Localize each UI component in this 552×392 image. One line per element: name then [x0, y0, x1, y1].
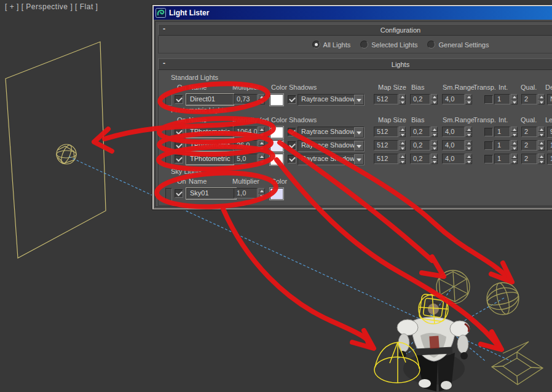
length-field[interactable]: 12	[547, 140, 552, 151]
col-header-shadows: Shadows	[289, 116, 317, 123]
col-header-intensity: Intensity (cd	[232, 116, 269, 123]
character-model[interactable]	[397, 302, 470, 391]
light-lister-window[interactable]: Light Lister - Configuration All Lights …	[152, 5, 552, 210]
plane-light-gizmo[interactable]	[57, 144, 76, 165]
shadow-type-dropdown[interactable]: Raytrace Shadow	[298, 154, 365, 165]
sm-range-spinner[interactable]: 4,0	[442, 140, 472, 151]
shadow-type-dropdown[interactable]: Raytrace Shadow	[298, 127, 365, 138]
transp-checkbox[interactable]	[484, 95, 493, 104]
col-header-qual: Qual.	[521, 116, 537, 123]
bias-spinner[interactable]: 0,2	[410, 154, 438, 164]
bias-spinner[interactable]: 0,2	[410, 127, 438, 137]
length-field[interactable]: 12	[547, 154, 552, 165]
transp-checkbox[interactable]	[484, 128, 493, 136]
spin-up-icon[interactable]	[258, 94, 265, 100]
radio-general-settings[interactable]: General Settings	[427, 41, 489, 49]
on-checkbox[interactable]	[175, 155, 183, 163]
light-name-field[interactable]: TPhotometric	[186, 127, 234, 138]
color-swatch[interactable]	[270, 140, 283, 152]
color-swatch[interactable]	[270, 188, 283, 200]
shadow-type-dropdown[interactable]: Raytrace Shadow	[298, 94, 365, 106]
sm-range-spinner[interactable]: 4,0	[442, 127, 472, 137]
light-name-field[interactable]: TPhotometric	[186, 140, 234, 151]
intensity-spinner[interactable]: 5,0	[234, 154, 265, 164]
col-header-sm-range: Sm.Range	[443, 84, 475, 91]
collapse-icon[interactable]: -	[163, 59, 165, 68]
int-spinner[interactable]: 1	[494, 127, 518, 137]
dropdown-arrow-icon[interactable]	[354, 127, 364, 138]
qual-spinner[interactable]: 2	[521, 127, 545, 137]
col-header-on: On	[177, 178, 186, 185]
collapse-icon[interactable]: -	[163, 25, 165, 33]
light-name-field[interactable]: TPhotometric	[186, 154, 234, 165]
map-size-spinner[interactable]: 512	[374, 94, 406, 104]
shadow-checkbox[interactable]	[288, 95, 296, 104]
int-spinner[interactable]: 1	[494, 140, 518, 151]
dropdown-arrow-icon[interactable]	[354, 141, 364, 151]
col-header-bias: Bias	[411, 84, 424, 91]
map-size-spinner[interactable]: 512	[374, 127, 406, 137]
area-light-gizmo[interactable]	[492, 342, 543, 385]
length-field[interactable]: 91	[547, 127, 552, 138]
shadow-checkbox[interactable]	[288, 155, 296, 163]
photometric-light-gizmo-1[interactable]	[436, 270, 470, 304]
intensity-spinner[interactable]: 1064,0	[234, 127, 265, 137]
map-size-spinner[interactable]: 512	[374, 140, 406, 151]
shadow-checkbox[interactable]	[288, 141, 296, 150]
shadow-type-dropdown[interactable]: Raytrace Shadow	[298, 140, 365, 152]
light-name-field[interactable]: Sky01	[186, 188, 236, 199]
qual-spinner[interactable]: 2	[521, 140, 545, 151]
row-edge	[165, 94, 172, 106]
decay-field[interactable]: None	[547, 94, 552, 105]
col-header-color: Color	[271, 84, 287, 91]
spin-down-icon[interactable]	[258, 100, 265, 105]
sm-range-spinner[interactable]: 4,0	[442, 154, 472, 164]
radio-dot[interactable]	[427, 41, 435, 49]
int-spinner[interactable]: 1	[494, 154, 518, 164]
color-swatch[interactable]	[270, 94, 283, 106]
col-header-color: Color	[271, 116, 287, 123]
viewport[interactable]: [ + ] [ Perspective ] [ Flat ] Light Lis…	[0, 0, 552, 392]
shadow-checkbox[interactable]	[288, 128, 296, 136]
col-header-int: Int.	[499, 84, 508, 91]
dropdown-arrow-icon[interactable]	[354, 154, 364, 165]
dropdown-arrow-icon[interactable]	[354, 95, 364, 105]
int-spinner[interactable]: 1	[494, 94, 518, 104]
multiplier-spinner[interactable]: 1,0	[234, 188, 265, 198]
radio-dot[interactable]	[360, 41, 368, 49]
col-header-bias: Bias	[411, 116, 424, 123]
transp-checkbox[interactable]	[484, 141, 493, 150]
configuration-rollout-header[interactable]: - Configuration	[158, 24, 552, 36]
bias-spinner[interactable]: 0,2	[410, 140, 438, 151]
target-plane[interactable]	[6, 42, 106, 258]
qual-spinner[interactable]: 2	[521, 94, 545, 104]
color-swatch[interactable]	[270, 127, 283, 138]
col-header-map-size: Map Size	[378, 84, 406, 91]
sm-range-spinner[interactable]: 4,0	[442, 94, 472, 104]
sky-light-row: Sky01 1,0	[159, 188, 552, 199]
radio-dot[interactable]	[312, 41, 320, 49]
on-checkbox[interactable]	[175, 141, 183, 150]
viewport-label[interactable]: [ + ] [ Perspective ] [ Flat ]	[5, 2, 98, 11]
row-edge	[165, 127, 172, 138]
standard-lights-label: Standard Lights	[171, 74, 218, 81]
radio-selected-lights[interactable]: Selected Lights	[360, 41, 417, 49]
radio-all-lights[interactable]: All Lights	[312, 41, 351, 49]
window-titlebar[interactable]: Light Lister	[154, 6, 552, 20]
on-checkbox[interactable]	[175, 95, 183, 104]
qual-spinner[interactable]: 2	[521, 154, 545, 164]
color-swatch[interactable]	[270, 154, 283, 165]
bias-spinner[interactable]: 0,2	[410, 94, 438, 104]
transp-checkbox[interactable]	[484, 155, 493, 163]
on-checkbox[interactable]	[175, 189, 183, 198]
light-name-field[interactable]: Direct01	[186, 94, 234, 105]
on-checkbox[interactable]	[175, 128, 183, 136]
multiplier-spinner[interactable]: 0,73	[234, 94, 265, 104]
configuration-rollout-title: Configuration	[380, 26, 420, 34]
lights-rollout-header[interactable]: - Lights	[158, 58, 552, 70]
row-edge	[165, 188, 172, 201]
col-header-on: On	[177, 116, 186, 123]
intensity-spinner[interactable]: 26,0	[234, 140, 265, 151]
col-header-int: Int.	[499, 116, 508, 123]
map-size-spinner[interactable]: 512	[374, 154, 406, 164]
